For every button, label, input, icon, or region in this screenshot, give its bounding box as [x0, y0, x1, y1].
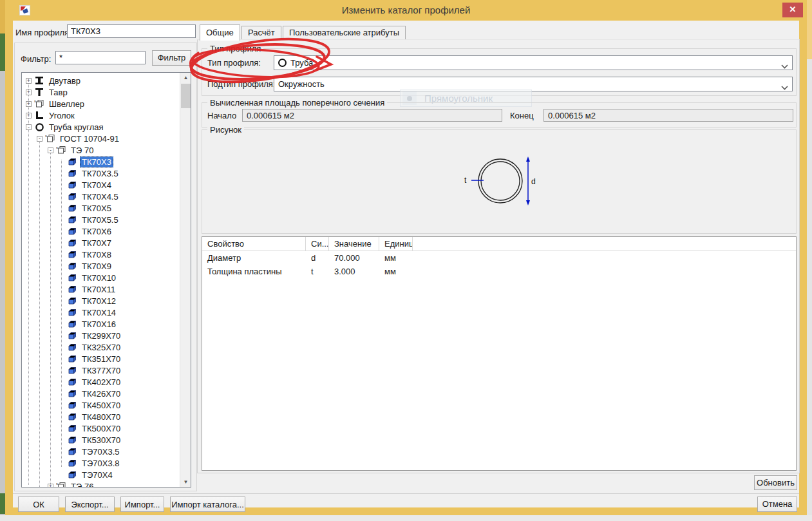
- tree-item[interactable]: ТК70Х8: [22, 249, 180, 260]
- tree-item[interactable]: ТК70Х11: [22, 283, 180, 295]
- background-bottom-strip: [0, 515, 812, 521]
- tree-item[interactable]: ТК500Х70: [22, 422, 180, 434]
- tree-item[interactable]: ТК402Х70: [22, 376, 180, 388]
- tree-item-label: ТК480Х70: [80, 412, 122, 422]
- tree-item-label: ТК70Х14: [80, 308, 118, 317]
- tree-item[interactable]: ТК299Х70: [22, 330, 180, 341]
- tree-item-label: ТК377Х70: [80, 366, 122, 375]
- chevron-down-icon[interactable]: [781, 82, 788, 92]
- tree-item[interactable]: -Труба круглая: [22, 121, 180, 133]
- svg-text:s: s: [56, 482, 58, 486]
- svg-text:t: t: [464, 176, 467, 185]
- tree-item[interactable]: ТК70Х3.5: [22, 167, 180, 179]
- filter-input[interactable]: [55, 51, 146, 64]
- expand-icon[interactable]: +: [26, 101, 32, 107]
- table-row[interactable]: Толщина пластиныt3.000мм: [202, 265, 796, 278]
- profile-tree-box: +Двутавр+Тавр+sШвеллер+Уголок-Труба круг…: [21, 72, 191, 488]
- tree-item[interactable]: ТК70Х10: [22, 272, 180, 283]
- profile-subtype-combobox[interactable]: Окружность: [274, 77, 793, 91]
- cube-icon: [67, 308, 77, 317]
- close-button[interactable]: ✕: [782, 3, 803, 17]
- action-button-импорт[interactable]: Импорт...: [120, 497, 164, 512]
- tree-item[interactable]: +Уголок: [22, 109, 180, 121]
- tree-item[interactable]: ТК351Х70: [22, 353, 180, 365]
- collapse-icon[interactable]: -: [37, 136, 42, 142]
- tree-item[interactable]: ТК530Х70: [22, 434, 180, 446]
- expand-icon[interactable]: +: [48, 484, 53, 488]
- tree-item[interactable]: ТК450Х70: [22, 399, 180, 411]
- dialog-action-buttons: ОКЭкспорт...Импорт...Импорт каталога...: [18, 497, 245, 512]
- table-row[interactable]: Диаметрd70.000мм: [202, 251, 796, 265]
- table-header-cell[interactable]: Единиц...: [379, 237, 413, 251]
- tree-item[interactable]: ТК70Х5: [22, 202, 180, 214]
- cancel-button[interactable]: Отмена: [757, 497, 797, 512]
- scroll-down-icon[interactable]: ▼: [180, 477, 191, 487]
- title-bar[interactable]: Изменить каталог профилей ✕: [5, 0, 807, 21]
- action-button-импорткаталога[interactable]: Импорт каталога...: [170, 497, 245, 512]
- tree-item[interactable]: ТК70Х7: [22, 237, 180, 249]
- table-header-cell[interactable]: Значение: [329, 237, 379, 251]
- tree-item[interactable]: -sГОСТ 10704-91: [22, 133, 180, 144]
- tree-item[interactable]: +sТЭ 76: [22, 480, 180, 488]
- tree-item[interactable]: ТК70Х16: [22, 318, 180, 330]
- scrollbar-thumb[interactable]: [181, 84, 191, 108]
- scroll-up-icon[interactable]: ▲: [180, 73, 191, 82]
- folder-icon: s: [45, 134, 55, 143]
- tree-item[interactable]: ТЭ70Х4: [22, 469, 180, 480]
- profile-type-combobox[interactable]: Труба: [274, 55, 793, 70]
- collapse-icon[interactable]: -: [26, 124, 32, 130]
- tree-item[interactable]: ТК70Х5.5: [22, 214, 180, 225]
- expand-icon[interactable]: +: [26, 90, 32, 95]
- tree-item[interactable]: ТК480Х70: [22, 411, 180, 422]
- action-button-экспорт[interactable]: Экспорт...: [65, 497, 115, 512]
- tree-item[interactable]: ТК70Х3: [22, 156, 180, 167]
- tree-item-label: ТК70Х3.5: [80, 169, 120, 178]
- tab-1[interactable]: Общие: [200, 24, 240, 41]
- tree-item[interactable]: ТК70Х4: [22, 179, 180, 191]
- chevron-down-icon[interactable]: [781, 61, 788, 71]
- tree-item-label: ТК402Х70: [80, 377, 122, 387]
- update-button[interactable]: Обновить: [754, 475, 797, 490]
- tree-item[interactable]: ТК70Х6: [22, 225, 180, 237]
- tree-item[interactable]: ТК70Х9: [22, 260, 180, 272]
- filter-button[interactable]: Фильтр: [152, 50, 191, 66]
- table-cell: мм: [379, 267, 413, 276]
- collapse-icon[interactable]: -: [48, 147, 53, 153]
- tree-item-label: ТК70Х8: [80, 250, 113, 260]
- tree-item[interactable]: ТК70Х12: [22, 295, 180, 307]
- expand-icon[interactable]: +: [26, 78, 32, 84]
- table-header-cell[interactable]: Си...: [306, 237, 329, 251]
- table-cell: Толщина пластины: [202, 267, 306, 276]
- table-header-cell[interactable]: Свойство: [202, 237, 306, 251]
- cube-icon: [67, 447, 77, 456]
- tab-page-general: Тип профиля Тип профиля: Труба Подтип пр…: [197, 39, 800, 473]
- tab-2[interactable]: Расчёт: [241, 26, 281, 40]
- tree-item[interactable]: ТК426Х70: [22, 388, 180, 399]
- tree-item-label: Уголок: [47, 111, 77, 120]
- tree-item[interactable]: ТК377Х70: [22, 365, 180, 376]
- area-end-label: Конец: [510, 111, 534, 120]
- tree-item-label: Швеллер: [47, 99, 86, 109]
- tree-item[interactable]: ТЭ70Х3.5: [22, 446, 180, 457]
- tree-item-label: Труба круглая: [47, 122, 106, 132]
- action-button-ок[interactable]: ОК: [18, 497, 59, 512]
- cube-icon: [67, 296, 77, 305]
- tree-item[interactable]: ТК70Х14: [22, 307, 180, 318]
- cube-icon: [67, 459, 77, 468]
- profile-name-input[interactable]: [67, 24, 196, 38]
- tree-item[interactable]: ТЭ70Х3.8: [22, 457, 180, 469]
- tab-3[interactable]: Пользовательские атрибуты: [283, 26, 406, 40]
- cube-icon: [67, 366, 77, 375]
- tree-scrollbar[interactable]: ▲ ▼: [180, 73, 191, 487]
- tree-item[interactable]: -sТЭ 70: [22, 144, 180, 156]
- tree-item[interactable]: ТК325Х70: [22, 341, 180, 353]
- profile-subtype-label: Подтип профиля:: [207, 79, 275, 89]
- cube-icon: [67, 250, 77, 259]
- folder-icon: s: [56, 146, 66, 155]
- properties-table-header: СвойствоСи...ЗначениеЕдиниц...: [202, 237, 796, 251]
- expand-icon[interactable]: +: [26, 113, 32, 118]
- tree-item[interactable]: ТК70Х4.5: [22, 191, 180, 202]
- tree-item[interactable]: +sШвеллер: [22, 98, 180, 109]
- tree-item[interactable]: +Двутавр: [22, 75, 180, 86]
- tree-item[interactable]: +Тавр: [22, 86, 180, 98]
